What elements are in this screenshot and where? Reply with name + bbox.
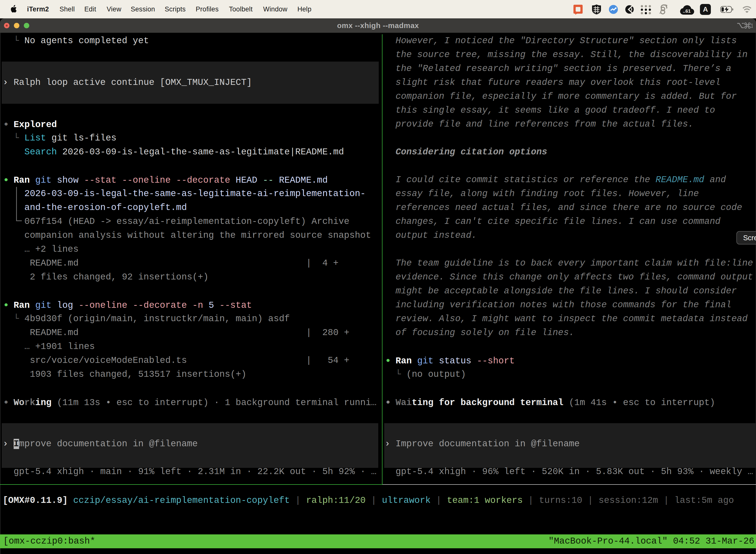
svg-text:1: 1 xyxy=(751,22,753,29)
svg-text:..61: ..61 xyxy=(683,8,691,14)
